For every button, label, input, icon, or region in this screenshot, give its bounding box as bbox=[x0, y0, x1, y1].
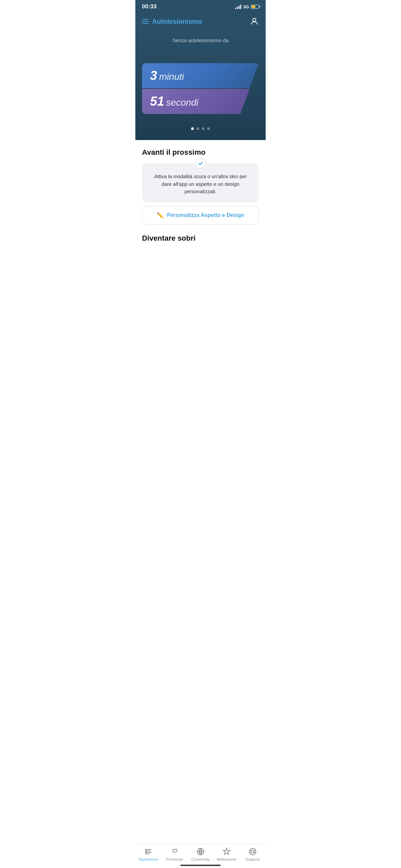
dot-3[interactable] bbox=[202, 127, 205, 130]
user-profile-icon[interactable] bbox=[250, 17, 259, 26]
main-content: Avanti il prossimo Attiva la modalità sc… bbox=[135, 140, 266, 284]
hero-subtitle: Senza autolesionismo da bbox=[142, 37, 259, 43]
network-type: 3G bbox=[243, 4, 249, 9]
dot-2[interactable] bbox=[196, 127, 199, 130]
timer-container: 3minuti 51secondi bbox=[142, 63, 259, 114]
timer-minutes-unit: minuti bbox=[159, 71, 184, 82]
signal-bar-3 bbox=[239, 6, 240, 9]
carousel-dots bbox=[142, 127, 259, 130]
next-achievement-title: Avanti il prossimo bbox=[142, 148, 259, 157]
timer-seconds-unit: secondi bbox=[166, 97, 198, 107]
achievement-card-wrapper: Attiva la modalità scura o un'altra skin… bbox=[142, 163, 259, 202]
achievement-card: Attiva la modalità scura o un'altra skin… bbox=[142, 163, 259, 202]
status-right: 3G bbox=[235, 4, 259, 9]
signal-bar-4 bbox=[240, 5, 241, 9]
dot-4[interactable] bbox=[207, 127, 210, 130]
timer-minutes-number: 3 bbox=[150, 68, 157, 83]
timer-seconds-number: 51 bbox=[150, 94, 164, 108]
menu-line-1 bbox=[142, 19, 149, 20]
battery-level bbox=[252, 5, 255, 8]
customize-label: Personalizza Aspetto e Design bbox=[167, 212, 244, 218]
pencil-icon: ✏️ bbox=[157, 212, 164, 219]
timer-card-minutes: 3minuti bbox=[142, 63, 259, 88]
checkmark-icon bbox=[198, 161, 203, 166]
timer-card-seconds: 51secondi bbox=[142, 89, 259, 114]
signal-bar-1 bbox=[235, 8, 236, 9]
hero-section: Senza autolesionismo da 3minuti 51second… bbox=[135, 31, 266, 140]
dot-1[interactable] bbox=[191, 127, 194, 130]
signal-bars bbox=[235, 4, 241, 9]
customize-button[interactable]: ✏️ Personalizza Aspetto e Design bbox=[142, 206, 259, 225]
app-header: Autolesionismo bbox=[135, 12, 266, 31]
achievement-text: Attiva la modalità scura o un'altra skin… bbox=[149, 173, 252, 195]
status-time: 00:33 bbox=[142, 3, 156, 10]
menu-line-2 bbox=[142, 21, 149, 22]
svg-point-0 bbox=[253, 19, 256, 21]
menu-line-3 bbox=[142, 23, 149, 24]
check-badge bbox=[195, 158, 206, 169]
page-title: Autolesionismo bbox=[152, 18, 202, 25]
status-bar: 00:33 3G bbox=[135, 0, 266, 12]
battery-icon bbox=[251, 5, 259, 9]
signal-bar-2 bbox=[237, 7, 238, 9]
menu-icon[interactable] bbox=[142, 19, 149, 24]
header-left: Autolesionismo bbox=[142, 18, 202, 25]
sobriety-title: Diventare sobri bbox=[142, 234, 259, 243]
